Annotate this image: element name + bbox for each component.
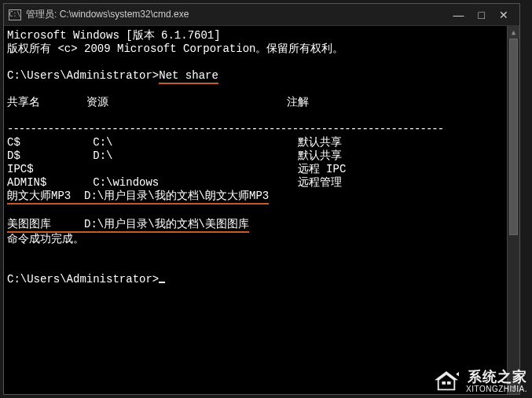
- share-pic-row: 美图图库 D:\用户目录\我的文档\美图图库: [7, 218, 249, 233]
- share-mp3-row: 朗文大师MP3 D:\用户目录\我的文档\朗文大师MP3: [7, 190, 269, 205]
- scroll-up-button[interactable]: ▲: [508, 26, 519, 39]
- close-button[interactable]: ✕: [499, 9, 508, 20]
- prompt-2: C:\Users\Administrator>: [7, 273, 159, 286]
- col-header-share: 共享名: [7, 96, 40, 109]
- command-done: 命令成功完成。: [7, 233, 84, 245]
- command-net-share: Net share: [159, 69, 218, 84]
- version-line: Microsoft Windows [版本 6.1.7601]: [7, 29, 221, 42]
- share-c-res: C:\: [93, 136, 112, 149]
- share-admin-name: ADMIN$: [7, 176, 46, 189]
- share-c-name: C$: [7, 136, 20, 149]
- divider-line: ----------------------------------------…: [7, 123, 443, 135]
- cursor: [159, 282, 165, 283]
- cmd-window: C:\ 管理员: C:\windows\system32\cmd.exe — □…: [3, 3, 520, 395]
- share-c-comment: 默认共享: [298, 136, 342, 149]
- terminal-area: Microsoft Windows [版本 6.1.7601] 版权所有 <c>…: [4, 26, 519, 394]
- share-admin-res: C:\windows: [93, 176, 159, 189]
- share-d-name: D$: [7, 149, 20, 162]
- maximize-button[interactable]: □: [479, 9, 485, 20]
- share-mp3-res: D:\用户目录\我的文档\朗文大师MP3: [84, 190, 269, 202]
- share-pic-res: D:\用户目录\我的文档\美图图库: [84, 218, 249, 230]
- scroll-down-button[interactable]: ▼: [508, 381, 519, 394]
- col-header-resource: 资源: [86, 96, 108, 109]
- minimize-button[interactable]: —: [453, 9, 464, 20]
- copyright-line: 版权所有 <c> 2009 Microsoft Corporation。保留所有…: [7, 42, 343, 55]
- share-d-comment: 默认共享: [298, 149, 342, 162]
- window-title: 管理员: C:\windows\system32\cmd.exe: [26, 8, 453, 21]
- share-ipc-name: IPC$: [7, 163, 34, 175]
- share-d-res: D:\: [93, 149, 112, 162]
- terminal-output[interactable]: Microsoft Windows [版本 6.1.7601] 版权所有 <c>…: [4, 26, 507, 394]
- prompt-1: C:\Users\Administrator>: [7, 69, 159, 82]
- scroll-thumb[interactable]: [509, 39, 518, 235]
- cmd-icon: C:\: [9, 9, 21, 20]
- share-ipc-comment: 远程 IPC: [298, 163, 347, 175]
- share-mp3-name: 朗文大师MP3: [7, 190, 71, 202]
- scrollbar[interactable]: ▲ ▼: [507, 26, 519, 394]
- col-header-comment: 注解: [287, 96, 309, 109]
- share-admin-comment: 远程管理: [298, 176, 342, 189]
- share-pic-name: 美图图库: [7, 218, 51, 230]
- titlebar[interactable]: C:\ 管理员: C:\windows\system32\cmd.exe — □…: [4, 4, 519, 26]
- window-controls: — □ ✕: [453, 9, 515, 20]
